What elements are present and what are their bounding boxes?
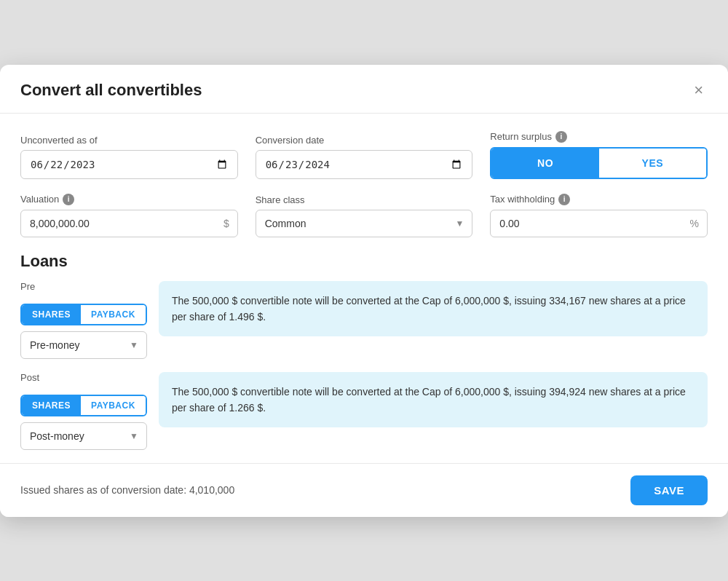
share-class-select[interactable]: Common Preferred [256, 210, 473, 237]
pre-loan-row: Pre SHARES PAYBACK Pre-money Post-money … [20, 281, 708, 359]
return-surplus-group: Return surplus i NO YES [490, 131, 708, 179]
valuation-label: Valuation i [20, 194, 238, 205]
modal-container: Convert all convertibles × Unconverted a… [0, 65, 728, 517]
valuation-input-wrapper: $ [20, 210, 238, 237]
post-money-select[interactable]: Pre-money Post-money [20, 422, 147, 450]
toggle-yes-button[interactable]: YES [599, 149, 706, 178]
unconverted-group: Unconverted as of [20, 135, 238, 179]
post-loan-row: Post SHARES PAYBACK Pre-money Post-money… [20, 372, 708, 450]
close-button[interactable]: × [689, 81, 708, 100]
valuation-group: Valuation i $ [20, 194, 238, 237]
post-loan-controls: Post SHARES PAYBACK Pre-money Post-money… [20, 372, 147, 450]
modal-body: Unconverted as of Conversion date Return… [0, 114, 728, 450]
post-loan-label: Post [20, 372, 147, 383]
post-loan-info-box: The 500,000 $ convertible note will be c… [159, 372, 708, 428]
form-row-1: Unconverted as of Conversion date Return… [20, 131, 708, 179]
modal-footer: Issued shares as of conversion date: 4,0… [0, 463, 728, 517]
unconverted-input[interactable] [20, 150, 238, 179]
valuation-input[interactable] [20, 210, 238, 237]
loans-title: Loans [20, 252, 708, 271]
share-class-label: Share class [256, 194, 473, 205]
return-surplus-toggle: NO YES [490, 147, 708, 179]
modal-header: Convert all convertibles × [0, 65, 728, 114]
tax-label: Tax withholding i [490, 194, 708, 205]
pre-shares-payback-toggle: SHARES PAYBACK [20, 304, 147, 325]
pre-loan-info-box: The 500,000 $ convertible note will be c… [159, 281, 708, 337]
post-shares-button[interactable]: SHARES [22, 396, 81, 415]
conversion-date-label: Conversion date [256, 135, 473, 146]
modal-title: Convert all convertibles [20, 81, 202, 100]
save-button[interactable]: SAVE [630, 475, 708, 505]
pre-dropdown-wrapper: Pre-money Post-money ▼ [20, 331, 147, 359]
post-loan-info-text: The 500,000 $ convertible note will be c… [172, 384, 695, 416]
issued-shares-text: Issued shares as of conversion date: 4,0… [20, 484, 234, 496]
return-surplus-label: Return surplus i [490, 131, 708, 143]
return-surplus-info-icon: i [555, 131, 567, 143]
share-class-group: Share class Common Preferred ▼ [256, 194, 473, 237]
post-payback-button[interactable]: PAYBACK [81, 396, 146, 415]
pre-loan-info-text: The 500,000 $ convertible note will be c… [172, 293, 695, 325]
valuation-info-icon: i [63, 194, 74, 205]
tax-info-icon: i [558, 194, 570, 205]
pre-money-select[interactable]: Pre-money Post-money [20, 331, 147, 359]
conversion-date-input[interactable] [256, 150, 473, 179]
pre-loan-label: Pre [20, 281, 147, 292]
pre-shares-button[interactable]: SHARES [22, 305, 81, 324]
pre-payback-button[interactable]: PAYBACK [81, 305, 146, 324]
pre-loan-controls: Pre SHARES PAYBACK Pre-money Post-money … [20, 281, 147, 359]
form-row-2: Valuation i $ Share class Common Preferr… [20, 194, 708, 237]
tax-input-wrapper: % [490, 210, 708, 237]
conversion-date-group: Conversion date [256, 135, 473, 179]
share-class-select-wrapper: Common Preferred ▼ [256, 210, 473, 237]
loans-section: Loans Pre SHARES PAYBACK Pre-money Post-… [20, 252, 708, 450]
post-dropdown-wrapper: Pre-money Post-money ▼ [20, 422, 147, 450]
toggle-no-button[interactable]: NO [491, 149, 598, 178]
tax-group: Tax withholding i % [490, 194, 708, 237]
post-shares-payback-toggle: SHARES PAYBACK [20, 395, 147, 416]
tax-input[interactable] [490, 210, 708, 237]
unconverted-label: Unconverted as of [20, 135, 238, 146]
